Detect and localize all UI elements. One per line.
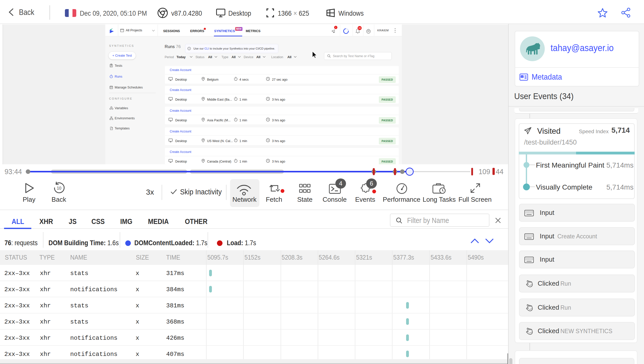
svg-text:10: 10 (57, 186, 61, 190)
